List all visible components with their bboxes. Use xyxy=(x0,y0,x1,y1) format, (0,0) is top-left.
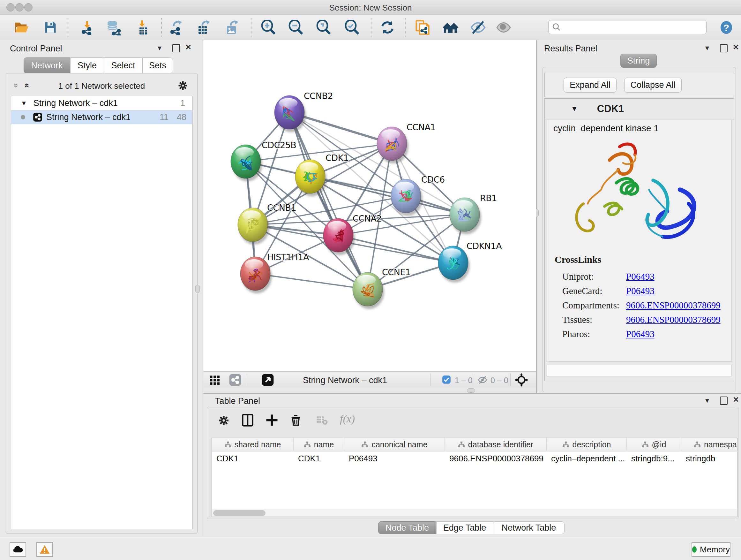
selected-checkbox-icon[interactable] xyxy=(442,375,451,384)
left-splitter-handle[interactable] xyxy=(195,285,200,293)
column-header-shared-name[interactable]: shared name xyxy=(212,438,293,451)
detach-view-icon[interactable] xyxy=(261,374,274,386)
pan-crosshair-icon[interactable] xyxy=(515,373,528,387)
zoom-fit-button[interactable] xyxy=(316,19,332,36)
toolbar-search xyxy=(548,20,706,34)
bottom-splitter-handle[interactable] xyxy=(467,388,475,393)
table-cell-shared-name[interactable]: CDK1 xyxy=(212,454,293,463)
crosslink-link[interactable]: P06493 xyxy=(626,271,655,282)
table-cell-canonical-name[interactable]: P06493 xyxy=(344,454,445,463)
cloud-status-button[interactable] xyxy=(10,542,26,557)
zoom-in-button[interactable] xyxy=(260,19,276,36)
crosslink-link[interactable]: P06493 xyxy=(626,286,655,296)
hidden-eye-slash-icon[interactable] xyxy=(477,374,488,385)
gene-collapse-icon[interactable]: ▼ xyxy=(571,105,578,113)
export-image-button[interactable] xyxy=(224,19,240,36)
network-graph[interactable]: CCNB2CCNA1CDC25BCDK1CDC6RB1CCNB1CCNA2CDK… xyxy=(203,40,536,371)
import-network-button[interactable] xyxy=(79,19,95,36)
crosslink-link[interactable]: 9606.ENSP00000378699 xyxy=(626,300,721,311)
column-header-description[interactable]: description xyxy=(547,438,627,451)
results-panel-close-icon[interactable]: ✕ xyxy=(733,44,739,51)
table-hscrollbar[interactable] xyxy=(212,509,737,517)
expand-all-button[interactable]: Expand All xyxy=(563,78,616,92)
export-network-button[interactable] xyxy=(168,19,184,36)
table-cell-description[interactable]: cyclin–dependent ... xyxy=(547,454,627,463)
results-scrollbar-track[interactable] xyxy=(547,365,732,376)
zoom-out-button[interactable] xyxy=(288,19,304,36)
table-cell--id[interactable]: stringdb:9... xyxy=(627,454,681,463)
network-node-rb1[interactable]: RB1 xyxy=(450,193,497,234)
toolbar-separator xyxy=(371,18,372,37)
save-icon xyxy=(44,20,57,35)
tab-edge-table[interactable]: Edge Table xyxy=(436,521,493,534)
network-node-ccna2[interactable]: CCNA2 xyxy=(323,213,382,255)
select-columns-icon[interactable] xyxy=(241,414,254,427)
houses-icon xyxy=(443,19,459,36)
edge-ccnb2-ccne1[interactable] xyxy=(289,112,367,289)
table-panel-close-icon[interactable]: ✕ xyxy=(733,396,739,403)
control-panel-float-icon[interactable] xyxy=(172,44,180,52)
tab-sets[interactable]: Sets xyxy=(142,57,173,73)
column-header-namespace[interactable]: namespace xyxy=(681,438,738,451)
gene-section-body: cyclin–dependent kinase 1 xyxy=(547,120,732,362)
hide-selected-button[interactable] xyxy=(470,19,486,36)
column-header--id[interactable]: @id xyxy=(627,438,681,451)
export-table-button[interactable] xyxy=(196,19,212,36)
column-header-canonical-name[interactable]: canonical name xyxy=(344,438,445,451)
network-canvas[interactable]: CCNB2CCNA1CDC25BCDK1CDC6RB1CCNB1CCNA2CDK… xyxy=(203,40,536,371)
network-node-cdk1[interactable]: CDK1 xyxy=(295,153,349,196)
import-table-button[interactable] xyxy=(134,19,150,36)
network-badge-icon[interactable] xyxy=(229,374,242,386)
clone-network-button[interactable] xyxy=(414,19,430,36)
tab-string[interactable]: String xyxy=(620,54,657,68)
table-cell-name[interactable]: CDK1 xyxy=(293,454,344,463)
crosslink-row: Uniprot:P06493 xyxy=(562,269,728,284)
column-header-database-identifier[interactable]: database identifier xyxy=(445,438,547,451)
tab-style[interactable]: Style xyxy=(70,57,104,73)
crosslink-link[interactable]: P06493 xyxy=(626,329,655,339)
table-panel-collapse-icon[interactable]: ▾ xyxy=(705,396,709,404)
help-button[interactable]: ? xyxy=(718,19,734,36)
zoom-selected-button[interactable] xyxy=(344,19,360,36)
edge-hist1h1a-ccne1[interactable] xyxy=(255,273,367,289)
warning-status-button[interactable] xyxy=(37,542,53,557)
tab-network[interactable]: Network xyxy=(23,57,70,73)
control-panel-collapse-icon[interactable]: ▾ xyxy=(158,44,161,52)
network-collection-row[interactable]: ▼ String Network – cdk1 1 xyxy=(11,96,192,110)
show-all-button[interactable] xyxy=(495,19,512,36)
column-header-name[interactable]: name xyxy=(293,438,344,451)
first-neighbors-button[interactable] xyxy=(443,19,459,36)
tab-node-table[interactable]: Node Table xyxy=(378,521,436,534)
apply-layout-button[interactable] xyxy=(380,19,395,36)
cloud-icon xyxy=(12,545,23,554)
table-settings-gear-icon[interactable] xyxy=(217,414,230,427)
results-panel-float-icon[interactable] xyxy=(720,44,728,52)
import-network-from-database-button[interactable] xyxy=(106,19,122,36)
table-hscrollbar-thumb[interactable] xyxy=(213,510,266,516)
table-cell-database-identifier[interactable]: 9606.ENSP00000378699 xyxy=(445,454,547,463)
add-column-icon[interactable] xyxy=(265,414,279,427)
toolbar-separator xyxy=(405,18,406,37)
save-session-button[interactable] xyxy=(43,19,58,36)
results-panel-collapse-icon[interactable]: ▾ xyxy=(705,44,709,52)
network-node-hist1h1a[interactable]: HIST1H1A xyxy=(240,252,309,294)
network-node-cdc6[interactable]: CDC6 xyxy=(391,175,445,216)
control-panel-close-icon[interactable]: ✕ xyxy=(185,44,192,51)
network-row[interactable]: String Network – cdk1 11 48 xyxy=(11,110,192,124)
collection-expand-icon[interactable]: ▼ xyxy=(21,100,27,107)
gene-section-header[interactable]: ▼ CDK1 xyxy=(545,99,734,119)
network-node-cdkn1a[interactable]: CDKN1A xyxy=(438,241,502,283)
open-session-button[interactable] xyxy=(14,19,30,36)
delete-column-trash-icon[interactable] xyxy=(289,414,302,426)
table-row[interactable]: CDK1CDK1P064939606.ENSP00000378699cyclin… xyxy=(212,451,737,465)
search-input[interactable] xyxy=(561,22,700,32)
network-options-gear-icon[interactable] xyxy=(177,80,189,91)
memory-button[interactable]: Memory xyxy=(691,542,731,557)
crosslink-link[interactable]: 9606.ENSP00000378699 xyxy=(626,314,721,325)
tab-select[interactable]: Select xyxy=(104,57,142,73)
table-panel-float-icon[interactable] xyxy=(720,396,728,405)
collapse-all-button[interactable]: Collapse All xyxy=(624,78,682,92)
table-cell-namespace[interactable]: stringdb xyxy=(681,454,738,463)
tab-network-table[interactable]: Network Table xyxy=(493,521,564,534)
birdseye-grid-icon[interactable] xyxy=(209,374,220,386)
